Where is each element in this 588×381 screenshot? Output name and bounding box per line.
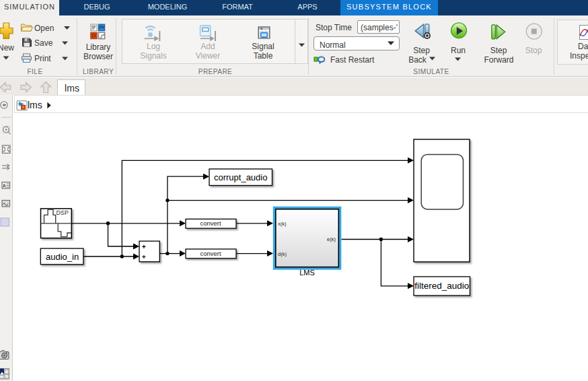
svg-text:d(k): d(k) bbox=[278, 251, 287, 257]
svg-text:e(k): e(k) bbox=[327, 236, 336, 242]
svg-text:audio_in: audio_in bbox=[46, 252, 79, 262]
svg-text:convert: convert bbox=[200, 219, 221, 227]
svg-text:x(k): x(k) bbox=[278, 221, 287, 227]
svg-text:DSP: DSP bbox=[56, 209, 69, 216]
svg-text:LMS: LMS bbox=[299, 269, 315, 277]
svg-text:convert: convert bbox=[200, 250, 221, 257]
svg-text:corrupt_audio: corrupt_audio bbox=[214, 172, 268, 182]
svg-text:filtered_audio: filtered_audio bbox=[414, 281, 469, 291]
